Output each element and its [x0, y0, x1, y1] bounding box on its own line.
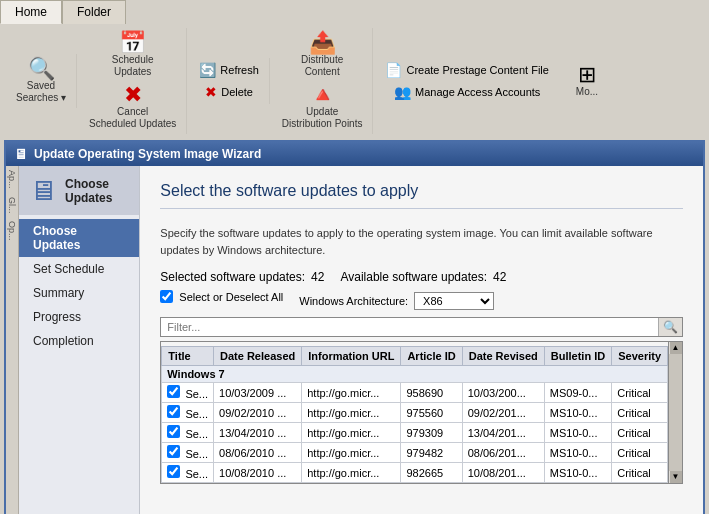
ribbon-group-searches: 🔍 SavedSearches ▾ — [6, 54, 77, 108]
table-row: Se... 13/04/2010 ... http://go.micr... 9… — [162, 423, 668, 443]
ribbon-group-distribute: 📤 DistributeContent 🔺 UpdateDistribution… — [272, 28, 374, 134]
col-date-revised: Date Revised — [462, 347, 544, 366]
col-bulletin-id: Bulletin ID — [544, 347, 611, 366]
lib-item-ap[interactable]: Ap... — [6, 166, 18, 193]
cell-info-url: http://go.micr... — [302, 463, 401, 483]
saved-searches-label: SavedSearches ▾ — [16, 80, 66, 104]
ribbon: Home Folder 🔍 SavedSearches ▾ 📅 Schedule… — [0, 0, 709, 138]
cell-date-released: 08/06/2010 ... — [214, 443, 302, 463]
schedule-label: ScheduleUpdates — [112, 54, 154, 78]
cell-date-released: 13/04/2010 ... — [214, 423, 302, 443]
col-article-id: Article ID — [401, 347, 462, 366]
cell-title: Se... — [162, 403, 214, 423]
cell-date-revised: 10/03/200... — [462, 383, 544, 403]
col-info-url: Information URL — [302, 347, 401, 366]
filter-input[interactable] — [161, 319, 658, 335]
nav-item-set-schedule[interactable]: Set Schedule — [19, 257, 139, 281]
ribbon-tabs: Home Folder — [0, 0, 709, 24]
create-prestage-button[interactable]: 📄 Create Prestage Content File — [381, 60, 552, 80]
update-distribution-button[interactable]: 🔺 UpdateDistribution Points — [278, 82, 367, 132]
update-dist-icon: 🔺 — [309, 84, 336, 106]
nav-item-summary[interactable]: Summary — [19, 281, 139, 305]
more-label: Mo... — [576, 86, 598, 98]
row-checkbox-2[interactable] — [167, 425, 180, 438]
filter-search-button[interactable]: 🔍 — [658, 318, 682, 336]
cell-info-url: http://go.micr... — [302, 423, 401, 443]
arch-label: Windows Architecture: — [299, 295, 408, 307]
prestage-label: Create Prestage Content File — [406, 64, 548, 76]
row-checkbox-4[interactable] — [167, 465, 180, 478]
arch-select[interactable]: X86 X64 All — [414, 292, 494, 310]
select-all-label: Select or Deselect All — [179, 291, 283, 303]
cell-severity: Critical — [612, 403, 668, 423]
wizard-title: Update Operating System Image Wizard — [34, 147, 261, 161]
table-container: Title Date Released Information URL Arti… — [160, 341, 683, 484]
row-checkbox-1[interactable] — [167, 405, 180, 418]
cell-date-revised: 10/08/201... — [462, 463, 544, 483]
scroll-down-button[interactable]: ▼ — [670, 471, 682, 483]
ribbon-group-content: 📄 Create Prestage Content File 👥 Manage … — [375, 58, 558, 104]
cell-date-revised: 08/06/201... — [462, 443, 544, 463]
col-severity: Severity — [612, 347, 668, 366]
cancel-label: CancelScheduled Updates — [89, 106, 176, 130]
row-checkbox-0[interactable] — [167, 385, 180, 398]
main-description: Specify the software updates to apply to… — [160, 225, 683, 258]
updates-table: Title Date Released Information URL Arti… — [161, 346, 668, 483]
table-row: Se... 08/06/2010 ... http://go.micr... 9… — [162, 443, 668, 463]
cell-title: Se... — [162, 423, 214, 443]
ribbon-body: 🔍 SavedSearches ▾ 📅 ScheduleUpdates ✖ Ca… — [0, 24, 709, 138]
table-scrollbar[interactable]: ▲ ▼ — [669, 341, 683, 484]
scroll-up-button[interactable]: ▲ — [670, 342, 682, 354]
more-button[interactable]: ⊞ Mo... — [565, 62, 609, 100]
refresh-button[interactable]: 🔄 Refresh — [195, 60, 263, 80]
cell-title: Se... — [162, 443, 214, 463]
wizard-body: Ap... Gl... Op... 🖥 Choose Updates Choos… — [6, 166, 703, 514]
refresh-label: Refresh — [220, 64, 259, 76]
cell-title: Se... — [162, 463, 214, 483]
schedule-icon: 📅 — [119, 32, 146, 54]
cell-info-url: http://go.micr... — [302, 403, 401, 423]
prestage-icon: 📄 — [385, 62, 402, 78]
cell-article-id: 982665 — [401, 463, 462, 483]
more-icon: ⊞ — [578, 64, 596, 86]
saved-searches-button[interactable]: 🔍 SavedSearches ▾ — [12, 56, 70, 106]
delete-button[interactable]: ✖ Delete — [201, 82, 257, 102]
cell-article-id: 979309 — [401, 423, 462, 443]
pc-icon: 🖥 — [29, 174, 57, 207]
available-count: 42 — [493, 270, 506, 284]
lib-item-gl[interactable]: Gl... — [6, 193, 18, 218]
cell-article-id: 958690 — [401, 383, 462, 403]
nav-item-completion[interactable]: Completion — [19, 329, 139, 353]
cell-info-url: http://go.micr... — [302, 443, 401, 463]
selected-count: 42 — [311, 270, 324, 284]
select-all-row: Select or Deselect All — [160, 290, 283, 303]
update-dist-label: UpdateDistribution Points — [282, 106, 363, 130]
cell-date-revised: 13/04/201... — [462, 423, 544, 443]
nav-item-choose-updates[interactable]: Choose Updates — [19, 219, 139, 257]
tab-home[interactable]: Home — [0, 0, 62, 24]
filter-container: 🔍 — [160, 317, 683, 337]
select-all-checkbox[interactable] — [160, 290, 173, 303]
manage-access-button[interactable]: 👥 Manage Access Accounts — [390, 82, 544, 102]
lib-sidebar: Ap... Gl... Op... — [6, 166, 19, 514]
cell-bulletin-id: MS10-0... — [544, 463, 611, 483]
col-title: Title — [162, 347, 214, 366]
nav-item-progress[interactable]: Progress — [19, 305, 139, 329]
wizard-nav-items: Choose Updates Set Schedule Summary Prog… — [19, 215, 139, 353]
schedule-updates-button[interactable]: 📅 ScheduleUpdates — [108, 30, 158, 80]
wizard-titlebar: 🖥 Update Operating System Image Wizard — [6, 142, 703, 166]
lib-item-op[interactable]: Op... — [6, 217, 18, 245]
cell-severity: Critical — [612, 383, 668, 403]
cell-date-revised: 09/02/201... — [462, 403, 544, 423]
cell-bulletin-id: MS09-0... — [544, 383, 611, 403]
cancel-scheduled-button[interactable]: ✖ CancelScheduled Updates — [85, 82, 180, 132]
tab-folder[interactable]: Folder — [62, 0, 126, 24]
cancel-icon: ✖ — [124, 84, 142, 106]
info-rows: Selected software updates: 42 Available … — [160, 270, 683, 284]
col-date-released: Date Released — [214, 347, 302, 366]
distribute-content-button[interactable]: 📤 DistributeContent — [297, 30, 347, 80]
ribbon-group-refresh: 🔄 Refresh ✖ Delete — [189, 58, 270, 104]
row-checkbox-3[interactable] — [167, 445, 180, 458]
table-row: Se... 10/08/2010 ... http://go.micr... 9… — [162, 463, 668, 483]
wizard-nav-header: 🖥 Choose Updates — [19, 166, 139, 215]
